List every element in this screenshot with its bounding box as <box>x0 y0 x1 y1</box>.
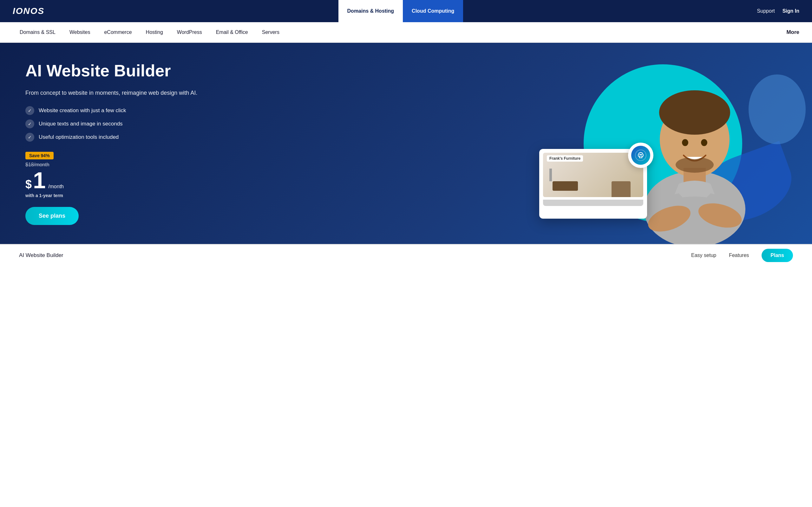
nav-domains-ssl[interactable]: Domains & SSL <box>13 22 62 43</box>
hero-subtitle: From concept to website in moments, reim… <box>26 89 197 97</box>
svg-point-6 <box>682 139 688 146</box>
hero-section: AI Website Builder From concept to websi… <box>0 43 812 244</box>
svg-point-2 <box>659 90 730 135</box>
feature-item-1: ✓ Website creation with just a few click <box>26 106 197 115</box>
bottom-bar-links: Easy setup Features Plans <box>691 249 793 262</box>
lamp-decoration <box>549 169 552 181</box>
bottom-bar-title: AI Website Builder <box>19 252 63 259</box>
save-badge: Save 94% <box>26 152 54 159</box>
ai-icon <box>631 146 650 165</box>
price-row: $ 1 /month <box>26 169 197 192</box>
price-dollar: $ <box>26 178 32 191</box>
price-number: 1 <box>33 169 46 192</box>
laptop-screen: Frank's Furniture <box>543 153 643 197</box>
secondary-nav-items: Domains & SSL Websites eCommerce Hosting… <box>13 22 287 43</box>
check-icon-2: ✓ <box>26 119 34 128</box>
hero-content: AI Website Builder From concept to websi… <box>26 62 197 225</box>
support-link[interactable]: Support <box>757 8 775 14</box>
svg-point-9 <box>635 150 646 161</box>
top-nav-tabs: Domains & Hosting Cloud Computing <box>339 0 463 22</box>
check-icon-1: ✓ <box>26 106 34 115</box>
nav-servers[interactable]: Servers <box>255 22 287 43</box>
tab-cloud-computing[interactable]: Cloud Computing <box>403 0 463 22</box>
feature-text-3: Useful optimization tools included <box>39 134 119 140</box>
top-right-actions: Support Sign In <box>757 8 799 14</box>
secondary-nav: Domains & SSL Websites eCommerce Hosting… <box>0 22 812 43</box>
tab-domains-hosting[interactable]: Domains & Hosting <box>339 0 403 22</box>
logo: IONOS <box>13 6 44 16</box>
bottom-bar: AI Website Builder Easy setup Features P… <box>0 244 812 266</box>
plans-button[interactable]: Plans <box>762 249 793 262</box>
table-decoration <box>553 181 578 191</box>
nav-email-office[interactable]: Email & Office <box>209 22 255 43</box>
features-link[interactable]: Features <box>729 252 749 258</box>
feature-text-1: Website creation with just a few click <box>39 107 126 114</box>
top-bar: IONOS Domains & Hosting Cloud Computing … <box>0 0 812 22</box>
more-link[interactable]: More <box>786 29 799 36</box>
ai-badge <box>628 143 653 168</box>
check-icon-3: ✓ <box>26 133 34 142</box>
nav-wordpress[interactable]: WordPress <box>170 22 209 43</box>
nav-ecommerce[interactable]: eCommerce <box>97 22 139 43</box>
nav-websites[interactable]: Websites <box>62 22 97 43</box>
feature-item-2: ✓ Unique texts and image in seconds <box>26 119 197 128</box>
svg-point-7 <box>701 139 707 146</box>
hero-title: AI Website Builder <box>26 62 197 80</box>
price-period: /month <box>48 184 64 189</box>
signin-button[interactable]: Sign In <box>782 8 799 14</box>
easy-setup-link[interactable]: Easy setup <box>691 252 716 258</box>
price-term: with a 1-year term <box>26 193 197 198</box>
feature-text-2: Unique texts and image in seconds <box>39 121 123 127</box>
original-price: $18/month <box>26 162 197 168</box>
see-plans-button[interactable]: See plans <box>26 207 79 225</box>
feature-item-3: ✓ Useful optimization tools included <box>26 133 197 142</box>
feature-list: ✓ Website creation with just a few click… <box>26 106 197 142</box>
laptop-mockup: Frank's Furniture <box>539 149 647 219</box>
nav-hosting[interactable]: Hosting <box>139 22 170 43</box>
furniture-label: Frank's Furniture <box>547 155 583 162</box>
ai-icon-svg <box>635 150 647 161</box>
laptop-base <box>543 200 643 206</box>
svg-point-11 <box>641 154 642 155</box>
svg-point-10 <box>640 154 641 155</box>
hero-visual: Frank's Furniture <box>365 43 812 244</box>
chair-decoration <box>612 181 630 197</box>
